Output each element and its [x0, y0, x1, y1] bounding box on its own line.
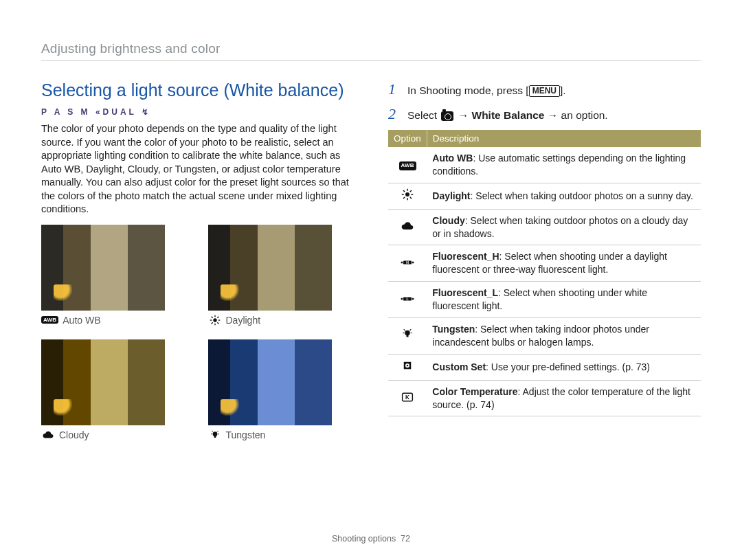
- option-title: Custom Set: [432, 361, 486, 372]
- svg-line-14: [217, 431, 218, 432]
- step-text: ].: [560, 85, 566, 96]
- bulb-icon: [398, 328, 416, 340]
- arrow-icon: →: [544, 109, 561, 121]
- svg-text:H: H: [406, 260, 409, 265]
- svg-point-15: [405, 192, 409, 197]
- breadcrumb: Adjusting brightness and color: [41, 41, 701, 61]
- step-2: 2 Select → White Balance → an option.: [388, 105, 701, 123]
- table-row: Custom Set: Use your pre-defined setting…: [388, 354, 701, 380]
- cloud-icon: [398, 220, 416, 232]
- camera-icon: [441, 111, 453, 121]
- thumb-image-daylight: [208, 225, 332, 311]
- svg-text:L: L: [407, 296, 409, 300]
- menu-button-label: MENU: [529, 85, 560, 97]
- bulb-icon: [208, 429, 222, 440]
- thumb-label: Auto WB: [63, 315, 100, 326]
- svg-point-9: [212, 432, 217, 436]
- thumb-image-auto-wb: [41, 225, 165, 311]
- thumb-tungsten: Tungsten: [208, 339, 355, 440]
- svg-line-36: [404, 330, 405, 331]
- option-text: : Select when taking outdoor photos on a…: [471, 190, 693, 201]
- svg-rect-33: [407, 335, 409, 337]
- svg-line-6: [217, 322, 218, 324]
- option-title: Auto WB: [432, 153, 473, 164]
- table-row: Daylight: Select when taking outdoor pho…: [388, 183, 701, 209]
- option-text: : Select when taking outdoor photos on a…: [432, 215, 688, 239]
- kelvin-icon: K: [398, 391, 416, 403]
- svg-rect-29: [401, 298, 403, 300]
- svg-rect-26: [412, 262, 414, 264]
- thumb-label: Cloudy: [59, 429, 89, 440]
- footer-page-number: 72: [401, 534, 410, 544]
- awb-icon: AWB: [398, 160, 416, 172]
- table-row: L Fluorescent_L: Select when shooting un…: [388, 282, 701, 318]
- svg-point-32: [405, 331, 410, 336]
- intro-paragraph: The color of your photo depends on the t…: [41, 122, 354, 216]
- svg-line-20: [403, 190, 405, 192]
- thumb-daylight: Daylight: [208, 225, 355, 326]
- option-title: Fluorescent_H: [432, 251, 499, 262]
- sun-icon: [398, 188, 416, 201]
- right-column: 1 In Shooting mode, press [MENU]. 2 Sele…: [388, 80, 701, 440]
- option-title: Cloudy: [432, 215, 464, 226]
- thumb-auto-wb: AWB Auto WB: [41, 225, 188, 326]
- option-title: Tungsten: [432, 324, 475, 335]
- svg-rect-30: [412, 298, 414, 300]
- awb-icon: AWB: [41, 316, 58, 324]
- svg-line-7: [211, 322, 212, 324]
- svg-line-23: [410, 190, 412, 192]
- table-row: K Color Temperature: Adjust the color te…: [388, 380, 701, 416]
- page-footer: Shooting options 72: [0, 534, 742, 544]
- custom-set-icon: [398, 359, 416, 372]
- table-header-option: Option: [388, 130, 427, 147]
- svg-line-8: [217, 317, 218, 318]
- svg-point-40: [407, 364, 409, 366]
- options-table: Option Description AWB Auto WB: Use auto…: [388, 130, 701, 416]
- table-row: H Fluorescent_H: Select when shooting un…: [388, 245, 701, 282]
- step-1: 1 In Shooting mode, press [MENU].: [388, 80, 701, 98]
- step-text: an option.: [561, 109, 608, 121]
- left-column: Selecting a light source (White balance)…: [41, 80, 354, 440]
- option-title: Color Temperature: [432, 386, 517, 397]
- thumb-label: Tungsten: [226, 429, 266, 440]
- option-title: Daylight: [432, 190, 470, 201]
- thumb-label: Daylight: [226, 315, 261, 326]
- section-title: Selecting a light source (White balance): [41, 80, 354, 100]
- table-row: Cloudy: Select when taking outdoor photo…: [388, 209, 701, 245]
- svg-rect-10: [214, 436, 216, 438]
- step-text: In Shooting mode, press [: [407, 85, 529, 96]
- example-thumbnails: AWB Auto WB Daylight: [41, 225, 354, 440]
- table-row: Tungsten: Select when taking indoor phot…: [388, 318, 701, 355]
- mode-indicator: P A S M «DUAL ↯: [41, 107, 354, 117]
- svg-line-37: [410, 330, 412, 331]
- option-title: Fluorescent_L: [432, 287, 498, 298]
- step-number: 2: [388, 105, 401, 123]
- svg-line-22: [403, 197, 405, 199]
- white-balance-label: White Balance: [472, 109, 545, 121]
- svg-point-0: [213, 318, 216, 322]
- thumb-cloudy: Cloudy: [41, 339, 188, 440]
- steps-list: 1 In Shooting mode, press [MENU]. 2 Sele…: [388, 80, 701, 123]
- option-text: : Use your pre-defined settings. (p. 73): [486, 361, 650, 372]
- svg-line-5: [211, 317, 212, 318]
- cloud-icon: [41, 429, 55, 440]
- fluorescent-l-icon: L: [398, 293, 416, 305]
- arrow-icon: →: [455, 109, 471, 121]
- svg-line-13: [212, 431, 213, 432]
- fluorescent-h-icon: H: [398, 256, 416, 269]
- footer-section-label: Shooting options: [332, 534, 396, 544]
- thumb-image-cloudy: [41, 339, 165, 425]
- thumb-image-tungsten: [208, 339, 332, 425]
- sun-icon: [208, 315, 222, 326]
- svg-rect-25: [401, 262, 403, 264]
- table-header-description: Description: [427, 130, 701, 147]
- svg-text:K: K: [405, 394, 409, 401]
- step-number: 1: [388, 80, 401, 98]
- step-text: Select: [407, 109, 440, 121]
- table-row: AWB Auto WB: Use automatic settings depe…: [388, 147, 701, 183]
- svg-line-21: [410, 197, 412, 199]
